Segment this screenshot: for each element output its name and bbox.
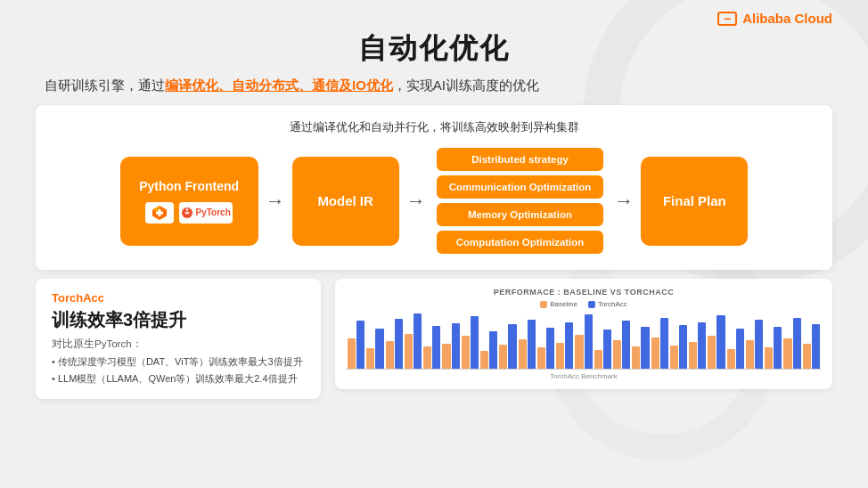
torchacc-bar (375, 329, 383, 369)
page-title: 自动化优化 (36, 29, 832, 69)
svg-point-5 (186, 208, 188, 210)
logo-text: Alibaba Cloud (742, 11, 832, 26)
baseline-bar (556, 343, 564, 369)
baseline-bar (708, 336, 716, 369)
baseline-bar (746, 340, 754, 369)
torchacc-bar (641, 327, 649, 369)
opt-box-communication: Communication Optimization (437, 175, 604, 199)
arrow-3: → (614, 190, 634, 213)
legend-torchacc-dot (588, 301, 595, 308)
bar-group (746, 320, 763, 369)
alibaba-cloud-logo: Alibaba Cloud (717, 11, 832, 26)
torchacc-bar (395, 319, 403, 369)
final-plan-box: Final Plan (641, 157, 748, 246)
chart-card: PERFORMACE : BASELINE VS TORCHACC Baseli… (335, 279, 832, 389)
baseline-bar (348, 338, 356, 369)
torchacc-item-1: 传统深度学习模型（DAT、ViT等）训练效率最大3倍提升 (52, 354, 305, 370)
pytorch-icon: PyTorch (179, 202, 233, 224)
bar-group (366, 329, 383, 369)
torchacc-bar (755, 320, 763, 369)
bar-group (556, 322, 573, 369)
diagram-title: 通过编译优化和自动并行化，将训练高效映射到异构集群 (57, 119, 811, 135)
baseline-bar (613, 340, 621, 369)
final-plan-label: Final Plan (663, 193, 726, 208)
bar-group (537, 328, 554, 369)
opt-box-memory: Memory Optimization (437, 203, 604, 226)
baseline-bar (803, 344, 811, 369)
bar-group (480, 331, 497, 369)
model-ir-label: Model IR (317, 193, 373, 208)
baseline-bar (670, 346, 678, 369)
baseline-bar (537, 347, 545, 369)
bar-group (727, 329, 744, 369)
torchacc-bar (585, 314, 593, 369)
header: Alibaba Cloud (36, 0, 832, 29)
baseline-bar (594, 350, 602, 369)
torchacc-bar (736, 329, 744, 369)
optimization-column: Distributed strategy Communication Optim… (437, 148, 604, 254)
logo-icon (717, 12, 737, 26)
torchacc-bar (565, 322, 573, 369)
torchacc-bar (622, 321, 630, 369)
svg-rect-3 (156, 211, 163, 214)
torchacc-bar (471, 316, 479, 369)
bar-group (651, 318, 668, 369)
opt-box-distributed: Distributed strategy (437, 148, 604, 171)
torchacc-bar (508, 324, 516, 369)
bar-group (594, 329, 611, 369)
bar-group (632, 327, 649, 369)
baseline-bar (519, 339, 527, 369)
torchacc-compare: 对比原生PyTorch： (52, 338, 305, 351)
chart-footer: TorchAcc Benchmark (346, 372, 822, 380)
torchacc-bar (356, 321, 364, 369)
legend-torchacc-label: TorchAcc (598, 300, 627, 308)
bar-group (348, 321, 364, 369)
arrow-1: → (266, 190, 285, 213)
torchacc-bar (603, 329, 611, 369)
bar-group (613, 321, 630, 369)
baseline-bar (632, 346, 640, 369)
arrow-2: → (406, 190, 426, 213)
baseline-bar (499, 345, 507, 369)
bar-group (708, 315, 725, 369)
bar-group (386, 319, 403, 369)
chart-area (346, 312, 822, 370)
torchacc-item-2: LLM模型（LLAMA、QWen等）训练效率最大2.4倍提升 (52, 370, 305, 387)
legend-torchacc: TorchAcc (588, 300, 627, 308)
bar-group (499, 324, 516, 369)
torchacc-bar (660, 318, 668, 369)
baseline-bar (727, 349, 735, 369)
baseline-bar (575, 335, 583, 369)
baseline-bar (783, 338, 791, 369)
bar-group (442, 323, 459, 369)
torchacc-bar (528, 320, 536, 369)
python-icons: PyTorch (145, 202, 233, 224)
subtitle-prefix: 自研训练引擎，通过 (45, 77, 165, 93)
torchacc-bar (489, 331, 497, 369)
baseline-bar (480, 351, 488, 369)
python-frontend-box: Python Frontend (120, 157, 258, 246)
bar-group (783, 318, 800, 369)
chart-legend: Baseline TorchAcc (346, 300, 822, 308)
torchacc-bar (432, 326, 440, 369)
chart-title: PERFORMACE : BASELINE VS TORCHACC (346, 288, 822, 297)
bar-group (765, 327, 782, 369)
torchacc-bar (793, 318, 801, 369)
baseline-bar (442, 344, 450, 369)
bar-group (519, 320, 536, 369)
bar-group (670, 325, 687, 369)
opt-box-computation: Computation Optimization (437, 231, 604, 254)
legend-baseline-dot (540, 301, 547, 308)
baseline-bar (386, 341, 394, 369)
bottom-section: TorchAcc 训练效率3倍提升 对比原生PyTorch： 传统深度学习模型（… (36, 279, 832, 399)
subtitle: 自研训练引擎，通过编译优化、自动分布式、通信及IO优化，实现AI训练高度的优化 (36, 77, 832, 94)
page: Alibaba Cloud 自动化优化 自研训练引擎，通过编译优化、自动分布式、… (0, 0, 868, 488)
bar-group (462, 316, 479, 369)
baseline-bar (651, 338, 659, 369)
bar-group (803, 324, 820, 369)
torchacc-bar (717, 315, 725, 369)
torchacc-brand: TorchAcc (52, 291, 305, 305)
subtitle-suffix: ，实现AI训练高度的优化 (393, 77, 539, 93)
tensorflow-icon (145, 202, 174, 224)
torchacc-bar (774, 327, 782, 369)
